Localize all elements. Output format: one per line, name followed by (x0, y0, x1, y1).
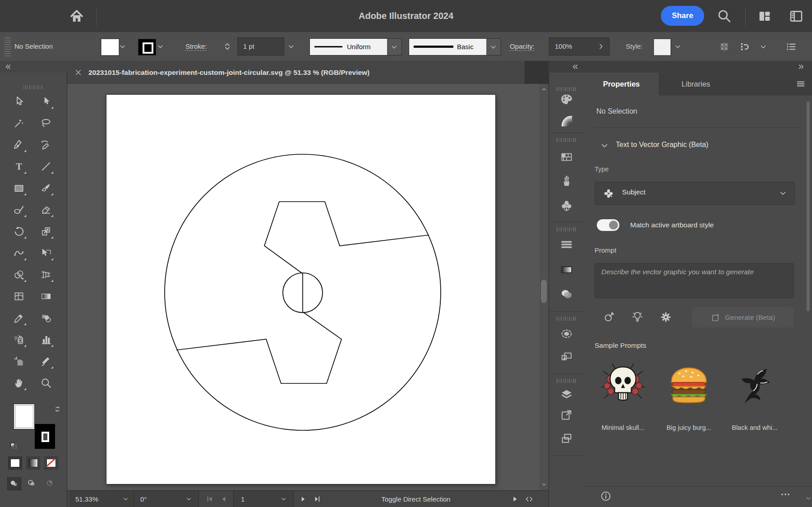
stroke-stepper[interactable] (223, 40, 232, 53)
tab-libraries[interactable]: Libraries (659, 73, 733, 96)
shaper-tool[interactable] (11, 202, 27, 217)
stroke-panel-icon[interactable] (560, 238, 573, 251)
scale-tool[interactable] (38, 224, 54, 239)
pen-tool[interactable] (11, 137, 27, 152)
collapse-toolbar-icon[interactable] (5, 64, 12, 70)
draw-behind-button[interactable] (25, 477, 38, 489)
eraser-tool[interactable] (38, 202, 54, 217)
previous-artboard-icon[interactable] (219, 495, 228, 503)
panel-menu-icon[interactable] (795, 79, 806, 89)
stroke-weight-field[interactable]: 1 pt (237, 37, 284, 55)
brush-definition-dropdown[interactable]: Basic (409, 38, 487, 55)
none-button[interactable] (44, 456, 58, 470)
controlbar-grip[interactable] (5, 37, 11, 56)
line-segment-tool[interactable] (38, 159, 54, 174)
fill-color-swatch[interactable] (101, 39, 119, 55)
sample-prompt-3[interactable] (731, 361, 778, 408)
opacity-label[interactable]: Opacity: (510, 32, 535, 61)
sample-prompt-1[interactable] (600, 361, 646, 408)
match-artboard-toggle[interactable] (597, 219, 619, 231)
chevron-down-icon[interactable] (760, 43, 767, 51)
align-icon[interactable] (719, 41, 730, 52)
paintbrush-tool[interactable] (38, 180, 54, 196)
scroll-up-icon[interactable] (541, 87, 547, 92)
color-palette-icon[interactable] (560, 92, 573, 106)
status-code-icon[interactable] (525, 495, 534, 503)
slice-tool[interactable] (38, 354, 54, 369)
gradient-tool[interactable] (38, 289, 54, 304)
strip-grip[interactable] (557, 87, 577, 91)
style-swatch[interactable] (654, 39, 671, 55)
section-chevron-icon[interactable] (600, 142, 609, 150)
stroke-color-swatch[interactable] (138, 39, 156, 55)
shape-builder-tool[interactable] (11, 267, 27, 282)
brush-definition-chevron[interactable] (486, 38, 501, 55)
stroke-label[interactable]: Stroke: (185, 32, 207, 61)
hand-tool[interactable] (11, 375, 27, 391)
style-picker-icon[interactable] (603, 311, 615, 323)
width-tool[interactable] (11, 245, 27, 261)
draw-inside-button[interactable] (43, 477, 56, 489)
width-profile-dropdown[interactable]: Uniform (309, 38, 388, 55)
search-icon[interactable] (716, 8, 732, 23)
first-artboard-icon[interactable] (205, 495, 214, 503)
artboard-field[interactable]: 1 (233, 491, 275, 507)
home-icon[interactable] (69, 8, 85, 24)
zoom-field[interactable]: 51.33% (70, 491, 117, 507)
rotation-dropdown[interactable] (180, 491, 199, 507)
expand-panel-icon[interactable] (798, 64, 805, 70)
rotation-field[interactable]: 0° (134, 491, 180, 507)
brushes-icon[interactable] (560, 175, 573, 188)
selection-tool[interactable] (11, 94, 27, 109)
symbols-icon[interactable] (560, 199, 573, 212)
swap-fill-stroke-icon[interactable] (53, 405, 63, 414)
more-options-icon[interactable] (780, 489, 791, 500)
gradient-button[interactable] (26, 456, 40, 470)
info-icon[interactable] (600, 490, 612, 502)
snap-options-icon[interactable] (739, 41, 750, 52)
default-fill-stroke-icon[interactable] (9, 442, 19, 451)
eyedropper-tool[interactable] (11, 310, 27, 326)
scroll-down-icon[interactable] (541, 482, 547, 487)
opacity-expand-icon[interactable] (597, 43, 604, 50)
panels-icon[interactable] (789, 9, 804, 24)
style-chevron-icon[interactable] (674, 43, 681, 50)
generate-button[interactable]: Generate (Beta) (692, 307, 794, 327)
toolbar-grip[interactable] (23, 85, 43, 89)
sample-prompt-2[interactable] (665, 361, 712, 408)
gear-icon[interactable] (660, 311, 672, 323)
swatches-icon[interactable] (560, 150, 573, 164)
rectangle-tool[interactable] (11, 180, 27, 196)
zoom-dropdown[interactable] (116, 491, 136, 507)
artboard-dropdown[interactable] (274, 491, 294, 507)
color-guide-icon[interactable] (560, 114, 573, 128)
draw-normal-button[interactable] (7, 477, 21, 490)
close-icon[interactable] (74, 69, 82, 76)
collapse-panel-icon[interactable] (572, 64, 579, 70)
next-artboard-icon[interactable] (299, 495, 308, 503)
export-icon[interactable] (560, 408, 573, 422)
workspace-icon[interactable] (757, 9, 772, 24)
share-button[interactable]: Share (661, 6, 704, 26)
strip-grip[interactable] (557, 227, 577, 231)
status-play-icon[interactable] (511, 495, 519, 503)
duplicate-icon[interactable] (560, 432, 573, 445)
scrollbar-thumb[interactable] (541, 280, 547, 303)
artboard-tool[interactable] (11, 354, 27, 369)
opacity-field[interactable]: 100% (549, 37, 609, 55)
transparency-icon[interactable] (560, 287, 573, 301)
tab-properties[interactable]: Properties (584, 73, 659, 96)
layers-icon[interactable] (560, 387, 573, 401)
artboards-icon[interactable] (560, 350, 573, 364)
curvature-tool[interactable] (38, 137, 54, 152)
width-profile-chevron[interactable] (387, 38, 402, 55)
panel-scrollbar-thumb[interactable] (807, 101, 810, 311)
stroke-proxy-swatch[interactable] (35, 424, 55, 449)
menu-list-icon[interactable] (785, 41, 797, 52)
type-dropdown[interactable]: Subject (595, 182, 795, 205)
mesh-tool[interactable] (11, 289, 27, 304)
stroke-weight-chevron-icon[interactable] (288, 43, 295, 50)
magic-wand-tool[interactable] (11, 115, 27, 131)
prompt-input[interactable] (595, 263, 794, 298)
fill-proxy-swatch[interactable] (14, 404, 35, 429)
